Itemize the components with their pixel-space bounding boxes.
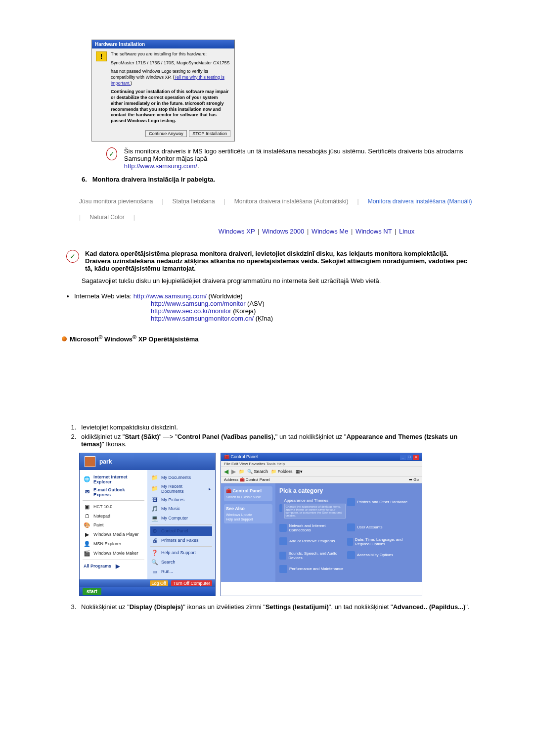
logoff-button[interactable]: Log Off xyxy=(150,580,168,586)
app-icon: ▣ xyxy=(84,504,90,510)
start-user: park xyxy=(99,458,112,465)
turnoff-button[interactable]: Turn Off Computer xyxy=(171,580,212,586)
folder-icon: 📁 xyxy=(151,485,158,492)
appearance-hint: Change the appearance of desktop items, … xyxy=(284,504,346,519)
start-search[interactable]: 🔍Search xyxy=(150,558,212,567)
os-windows-xp[interactable]: Windows XP xyxy=(219,228,255,235)
control-panel-screenshot: 🧰 Control Panel _□× File Edit View Favor… xyxy=(221,453,422,596)
cp-toolbar: ◀ ▶ 📁 🔍 Search 📁 Folders ▦▾ xyxy=(221,467,422,476)
start-run[interactable]: ▭Run... xyxy=(150,567,212,576)
xp-heading: Microsoft® Windows® XP Operētājsistēma xyxy=(62,334,475,343)
url-korea[interactable]: http://www.sec.co.kr/monitor xyxy=(151,307,231,315)
tab-stand-usage[interactable]: Statņa lietošana xyxy=(173,198,215,205)
start-my-documents[interactable]: 📁My Documents xyxy=(150,473,212,482)
toolbar-folders[interactable]: Folders xyxy=(278,469,293,474)
start-item-msn[interactable]: 👤MSN Explorer xyxy=(83,539,144,549)
disk-instruction-plain: Sagatavojiet tukšu disku un lejupielādēj… xyxy=(82,277,475,284)
start-recent-docs[interactable]: 📁My Recent Documents ▸ xyxy=(150,482,212,495)
hardware-installation-dialog: Hardware Installation ! The software you… xyxy=(91,40,235,142)
warning-icon: ! xyxy=(96,51,107,61)
start-menu-screenshot: park 🌐Internet Internet Explorer ✉E-mail… xyxy=(79,453,216,596)
start-my-music[interactable]: 🎵My Music xyxy=(150,504,212,514)
cat-addremove[interactable]: Add or Remove Programs xyxy=(279,537,346,545)
cat-sounds[interactable]: Sounds, Speech, and Audio Devices xyxy=(279,551,346,560)
stop-installation-button[interactable]: STOP Installation xyxy=(189,130,230,137)
back-icon[interactable]: ◀ xyxy=(224,468,228,475)
minimize-icon[interactable]: _ xyxy=(400,455,406,460)
tab-driver-auto[interactable]: Monitora draivera instalēšana (Automātis… xyxy=(234,198,349,205)
clock-icon xyxy=(347,538,353,546)
help-icon: ❓ xyxy=(151,550,158,556)
certified-icon: ✓ xyxy=(106,147,117,160)
cp-menu[interactable]: File Edit View Favorites Tools Help xyxy=(221,461,422,467)
addr-label: Address xyxy=(224,477,238,482)
start-my-computer[interactable]: 💻My Computer xyxy=(150,514,212,523)
web-label: Interneta Web vieta: xyxy=(74,292,132,300)
samsung-home-link[interactable]: http://www.samsung.com/ xyxy=(124,162,197,170)
url-usa[interactable]: http://www.samsung.com/monitor xyxy=(151,300,245,307)
os-windows-2000[interactable]: Windows 2000 xyxy=(262,228,304,235)
computer-icon: 💻 xyxy=(151,515,158,521)
url-china[interactable]: http://www.samsungmonitor.com.cn/ xyxy=(151,315,254,322)
start-item-moviemaker[interactable]: 🎬Windows Movie Maker xyxy=(83,549,144,558)
chevron-right-icon: ▶ xyxy=(114,563,121,569)
os-windows-nt[interactable]: Windows NT xyxy=(356,228,392,235)
ie-icon: 🌐 xyxy=(84,476,90,482)
forward-icon[interactable]: ▶ xyxy=(231,468,236,475)
start-button[interactable]: start xyxy=(83,588,101,595)
network-icon xyxy=(279,524,287,532)
cp-title: Control Panel xyxy=(231,454,258,459)
windows-update-link[interactable]: Windows Update xyxy=(226,513,270,517)
start-control-panel[interactable]: ⚙Control Panel xyxy=(150,526,212,536)
tab-natural-color[interactable]: Natural Color xyxy=(89,214,125,221)
url-worldwide[interactable]: http://www.samsung.com/ xyxy=(134,292,207,300)
sound-icon xyxy=(279,552,286,560)
start-item-email[interactable]: ✉E-mail Outlook Express xyxy=(83,486,144,499)
dialog-warning: Continuing your installation of this sof… xyxy=(111,89,230,124)
bullet-icon xyxy=(62,336,67,341)
cat-appearance[interactable]: Appearance and ThemesChange the appearan… xyxy=(279,498,346,519)
cat-performance[interactable]: Performance and Maintenance xyxy=(279,565,346,573)
folder-icon: 📁 xyxy=(151,474,158,481)
cat-datetime[interactable]: Date, Time, Language, and Regional Optio… xyxy=(347,537,413,546)
views-icon[interactable]: ▦▾ xyxy=(296,469,303,474)
disk-instruction-bold: Kad datora operētājsistēma pieprasa moni… xyxy=(85,250,475,272)
music-icon: 🎵 xyxy=(151,506,158,512)
users-icon xyxy=(347,523,355,531)
toolbar-search[interactable]: Search xyxy=(254,469,268,474)
maximize-icon[interactable]: □ xyxy=(406,455,412,460)
user-avatar-icon xyxy=(85,456,95,467)
start-my-pictures[interactable]: 🖼My Pictures xyxy=(150,495,212,504)
help-support-link[interactable]: Help and Support xyxy=(226,517,270,521)
switch-classic-link[interactable]: Switch to Classic View xyxy=(226,495,270,499)
cat-network[interactable]: Network and Internet Connections xyxy=(279,523,346,532)
step-2: oklikšķiniet uz "Start (Sākt)" —> "Contr… xyxy=(78,433,475,448)
start-item-hct[interactable]: ▣HCT 10.0 xyxy=(83,502,144,512)
dialog-line1: The software you are installing for this… xyxy=(111,51,230,57)
cp-side-controlpanel: 🧰 Control Panel Switch to Classic View xyxy=(224,486,272,501)
start-all-programs[interactable]: All Programs ▶ xyxy=(83,562,144,571)
go-button[interactable]: Go xyxy=(413,477,419,482)
os-linux[interactable]: Linux xyxy=(399,228,414,235)
cat-users[interactable]: User Accounts xyxy=(347,523,413,531)
cat-accessibility[interactable]: Accessibility Options xyxy=(347,551,413,559)
printer-icon: 🖨 xyxy=(151,537,158,543)
start-item-internet[interactable]: 🌐Internet Internet Explorer xyxy=(83,473,144,486)
start-help[interactable]: ❓Help and Support xyxy=(150,548,212,558)
notepad-icon: 🗒 xyxy=(84,513,90,519)
control-panel-icon: ⚙ xyxy=(151,528,158,534)
os-windows-me[interactable]: Windows Me xyxy=(312,228,348,235)
start-item-paint[interactable]: 🎨Paint xyxy=(83,520,144,530)
start-item-notepad[interactable]: 🗒Notepad xyxy=(83,512,144,520)
start-printers[interactable]: 🖨Printers and Faxes xyxy=(150,536,212,545)
addr-value[interactable]: Control Panel xyxy=(246,477,269,482)
tab-connect-monitor[interactable]: Jūsu monitora pievienošana xyxy=(79,198,153,205)
up-icon[interactable]: 📁 xyxy=(239,469,244,474)
cat-printers[interactable]: Printers and Other Hardware xyxy=(347,498,413,506)
printer-cat-icon xyxy=(347,498,355,506)
tab-driver-manual[interactable]: Monitora draivera instalēšana (Manuāli) xyxy=(368,198,472,205)
xp-steps-continued: Noklikšķiniet uz "Display (Displejs)" ik… xyxy=(78,603,475,611)
close-icon[interactable]: × xyxy=(413,455,419,460)
continue-anyway-button[interactable]: Continue Anyway xyxy=(145,130,187,137)
start-item-wmp[interactable]: ▶Windows Media Player xyxy=(83,530,144,539)
